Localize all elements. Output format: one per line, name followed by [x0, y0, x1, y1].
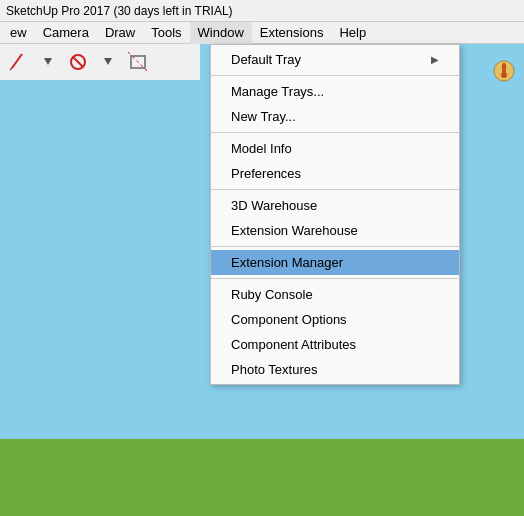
separator-2 [211, 132, 459, 133]
menu-item-window[interactable]: Window [190, 22, 252, 44]
separator-3 [211, 189, 459, 190]
svg-marker-2 [44, 58, 52, 65]
svg-line-1 [10, 68, 12, 70]
svg-point-10 [501, 72, 507, 78]
svg-line-0 [12, 54, 22, 68]
menu-item-extensions[interactable]: Extensions [252, 22, 332, 44]
menu-item-draw[interactable]: Draw [97, 22, 143, 44]
rect-tool-button[interactable] [126, 50, 150, 74]
pencil-tool-button[interactable] [6, 50, 30, 74]
pencil-dropdown-button[interactable] [36, 50, 60, 74]
toolbar [0, 44, 200, 80]
menu-new-tray[interactable]: New Tray... [211, 104, 459, 129]
menu-extension-warehouse[interactable]: Extension Warehouse [211, 218, 459, 243]
menu-bar: ew Camera Draw Tools Window Extensions H… [0, 22, 524, 44]
menu-component-options[interactable]: Component Options [211, 307, 459, 332]
toolbar-right-icon[interactable] [488, 55, 520, 87]
menu-item-tools[interactable]: Tools [143, 22, 189, 44]
title-bar: SketchUp Pro 2017 (30 days left in TRIAL… [0, 0, 524, 22]
eraser-dropdown-button[interactable] [96, 50, 120, 74]
separator-1 [211, 75, 459, 76]
menu-item-camera[interactable]: Camera [35, 22, 97, 44]
title-bar-text: SketchUp Pro 2017 (30 days left in TRIAL… [6, 4, 233, 18]
menu-ruby-console[interactable]: Ruby Console [211, 282, 459, 307]
menu-3d-warehouse[interactable]: 3D Warehouse [211, 193, 459, 218]
menu-component-attributes[interactable]: Component Attributes [211, 332, 459, 357]
menu-item-help[interactable]: Help [331, 22, 374, 44]
window-dropdown-menu: Default Tray ▶ Manage Trays... New Tray.… [210, 44, 460, 385]
separator-4 [211, 246, 459, 247]
menu-model-info[interactable]: Model Info [211, 136, 459, 161]
submenu-arrow-icon: ▶ [431, 54, 439, 65]
separator-5 [211, 278, 459, 279]
menu-preferences[interactable]: Preferences [211, 161, 459, 186]
eraser-tool-button[interactable] [66, 50, 90, 74]
svg-line-4 [73, 57, 83, 67]
svg-marker-5 [104, 58, 112, 65]
menu-extension-manager[interactable]: Extension Manager [211, 250, 459, 275]
menu-photo-textures[interactable]: Photo Textures [211, 357, 459, 382]
svg-rect-9 [502, 63, 506, 73]
menu-manage-trays[interactable]: Manage Trays... [211, 79, 459, 104]
menu-default-tray[interactable]: Default Tray ▶ [211, 47, 459, 72]
menu-item-view[interactable]: ew [2, 22, 35, 44]
